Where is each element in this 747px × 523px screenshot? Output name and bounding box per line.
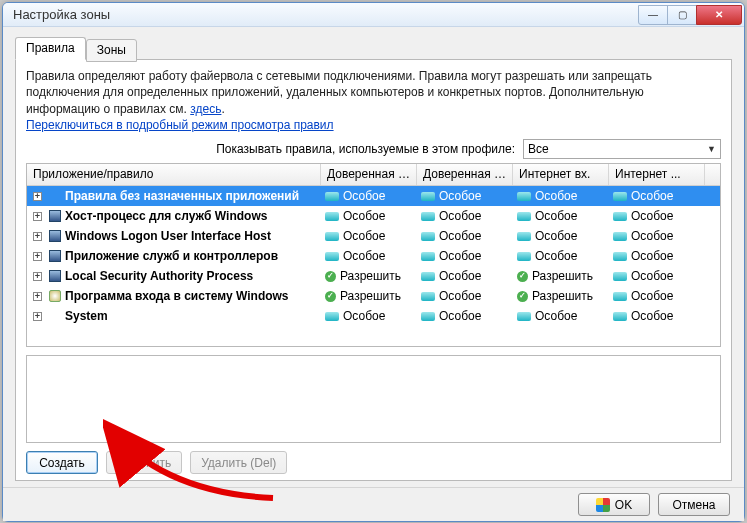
special-icon <box>421 232 435 241</box>
status-cell: Особое <box>513 189 609 203</box>
rule-name-cell: +Программа входа в систему Windows <box>27 289 321 303</box>
filter-label: Показывать правила, используемые в этом … <box>26 142 515 156</box>
status-cell: Особое <box>321 229 417 243</box>
content-area: Правила Зоны Правила определяют работу ф… <box>3 27 744 487</box>
ok-button[interactable]: OK <box>578 493 650 516</box>
allow-icon <box>325 291 336 302</box>
rule-name-cell: +Хост-процесс для служб Windows <box>27 209 321 223</box>
table-row[interactable]: +Правила без назначенных приложенийОсобо… <box>27 186 720 206</box>
chevron-down-icon: ▼ <box>707 144 716 154</box>
special-icon <box>517 192 531 201</box>
table-row[interactable]: +Хост-процесс для служб WindowsОсобоеОсо… <box>27 206 720 226</box>
status-cell: Разрешить <box>321 269 417 283</box>
status-cell: Особое <box>513 229 609 243</box>
maximize-button[interactable]: ▢ <box>667 5 697 25</box>
link-here[interactable]: здесь <box>190 102 221 116</box>
tab-rules[interactable]: Правила <box>15 37 86 60</box>
tab-strip: Правила Зоны <box>15 37 732 60</box>
detail-pane <box>26 355 721 443</box>
expand-icon[interactable]: + <box>33 312 42 321</box>
status-cell: Особое <box>417 209 513 223</box>
status-cell: Особое <box>321 189 417 203</box>
cancel-button[interactable]: Отмена <box>658 493 730 516</box>
table-row[interactable]: +Local Security Authority ProcessРазреши… <box>27 266 720 286</box>
rule-name-cell: +Приложение служб и контроллеров <box>27 249 321 263</box>
create-button[interactable]: Создать <box>26 451 98 474</box>
filter-row: Показывать правила, используемые в этом … <box>26 139 721 159</box>
status-cell: Особое <box>417 189 513 203</box>
delete-button: Удалить (Del) <box>190 451 287 474</box>
special-icon <box>421 312 435 321</box>
special-icon <box>421 292 435 301</box>
rule-name-cell: +Windows Logon User Interface Host <box>27 229 321 243</box>
dialog-window: Настройка зоны — ▢ ✕ Правила Зоны Правил… <box>2 2 745 522</box>
col-inet-in[interactable]: Интернет вх. <box>513 164 609 185</box>
allow-icon <box>517 271 528 282</box>
special-icon <box>613 252 627 261</box>
rule-name-cell: +Правила без назначенных приложений <box>27 189 321 203</box>
rule-name-cell: +Local Security Authority Process <box>27 269 321 283</box>
expand-icon[interactable]: + <box>33 232 42 241</box>
app-icon <box>49 310 61 322</box>
special-icon <box>325 212 339 221</box>
status-cell: Разрешить <box>513 289 609 303</box>
allow-icon <box>517 291 528 302</box>
link-detailed-mode[interactable]: Переключиться в подробный режим просмотр… <box>26 118 334 132</box>
grid-body[interactable]: +Правила без назначенных приложенийОсобо… <box>27 186 720 346</box>
special-icon <box>613 192 627 201</box>
table-row[interactable]: +Программа входа в систему WindowsРазреш… <box>27 286 720 306</box>
special-icon <box>517 232 531 241</box>
app-icon <box>49 250 61 262</box>
special-icon <box>325 232 339 241</box>
app-icon <box>49 290 61 302</box>
window-title: Настройка зоны <box>13 7 639 22</box>
status-cell: Разрешить <box>321 289 417 303</box>
tab-zones[interactable]: Зоны <box>86 39 137 62</box>
dialog-footer: OK Отмена <box>3 487 744 521</box>
status-cell: Особое <box>417 269 513 283</box>
status-cell: Особое <box>609 249 705 263</box>
status-cell: Особое <box>417 229 513 243</box>
col-inet[interactable]: Интернет ... <box>609 164 705 185</box>
minimize-button[interactable]: — <box>638 5 668 25</box>
table-row[interactable]: +Windows Logon User Interface HostОсобое… <box>27 226 720 246</box>
special-icon <box>613 212 627 221</box>
status-cell: Особое <box>513 309 609 323</box>
col-trusted2[interactable]: Доверенная з... <box>417 164 513 185</box>
special-icon <box>421 252 435 261</box>
expand-icon[interactable]: + <box>33 252 42 261</box>
status-cell: Особое <box>609 229 705 243</box>
expand-icon[interactable]: + <box>33 292 42 301</box>
expand-icon[interactable]: + <box>33 212 42 221</box>
status-cell: Особое <box>417 289 513 303</box>
special-icon <box>517 252 531 261</box>
expand-icon[interactable]: + <box>33 192 42 201</box>
app-icon <box>49 210 61 222</box>
special-icon <box>421 272 435 281</box>
status-cell: Особое <box>609 269 705 283</box>
uac-shield-icon <box>596 498 610 512</box>
titlebar[interactable]: Настройка зоны — ▢ ✕ <box>3 3 744 27</box>
special-icon <box>421 192 435 201</box>
expand-icon[interactable]: + <box>33 272 42 281</box>
profile-select[interactable]: Все ▼ <box>523 139 721 159</box>
special-icon <box>613 312 627 321</box>
app-icon <box>49 230 61 242</box>
status-cell: Особое <box>513 209 609 223</box>
col-app[interactable]: Приложение/правило <box>27 164 321 185</box>
special-icon <box>517 312 531 321</box>
description: Правила определяют работу файервола с се… <box>26 68 721 133</box>
special-icon <box>613 272 627 281</box>
status-cell: Особое <box>321 249 417 263</box>
status-cell: Особое <box>609 189 705 203</box>
special-icon <box>325 192 339 201</box>
col-trusted1[interactable]: Доверенная з... <box>321 164 417 185</box>
close-button[interactable]: ✕ <box>696 5 742 25</box>
window-buttons: — ▢ ✕ <box>639 5 742 25</box>
grid-header: Приложение/правило Доверенная з... Довер… <box>27 164 720 186</box>
table-row[interactable]: +SystemОсобоеОсобоеОсобоеОсобое <box>27 306 720 326</box>
action-buttons: Создать Изменить Удалить (Del) <box>26 451 721 474</box>
table-row[interactable]: +Приложение служб и контроллеровОсобоеОс… <box>27 246 720 266</box>
profile-select-value: Все <box>528 142 549 156</box>
rules-grid: Приложение/правило Доверенная з... Довер… <box>26 163 721 347</box>
